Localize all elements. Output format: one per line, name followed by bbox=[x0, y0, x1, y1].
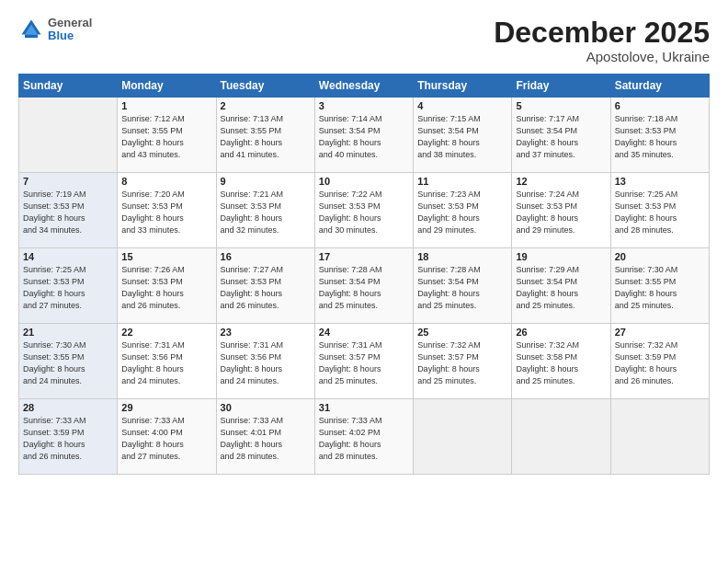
day-info: Sunrise: 7:18 AM Sunset: 3:53 PM Dayligh… bbox=[615, 113, 705, 161]
calendar-cell: 11Sunrise: 7:23 AM Sunset: 3:53 PM Dayli… bbox=[414, 173, 512, 248]
logo-general-text: General bbox=[48, 17, 92, 29]
calendar-cell: 22Sunrise: 7:31 AM Sunset: 3:56 PM Dayli… bbox=[118, 324, 216, 399]
day-number: 28 bbox=[23, 402, 113, 413]
day-info: Sunrise: 7:26 AM Sunset: 3:53 PM Dayligh… bbox=[121, 264, 211, 312]
calendar-cell: 23Sunrise: 7:31 AM Sunset: 3:56 PM Dayli… bbox=[216, 324, 314, 399]
subtitle: Apostolove, Ukraine bbox=[494, 49, 710, 64]
calendar-cell: 19Sunrise: 7:29 AM Sunset: 3:54 PM Dayli… bbox=[512, 248, 610, 324]
day-number: 24 bbox=[319, 327, 409, 338]
col-tuesday: Tuesday bbox=[216, 75, 314, 98]
col-thursday: Thursday bbox=[414, 75, 512, 98]
day-number: 5 bbox=[516, 100, 606, 111]
month-title: December 2025 bbox=[494, 17, 710, 49]
logo-blue-text: Blue bbox=[48, 29, 92, 42]
calendar-cell bbox=[19, 98, 118, 173]
calendar-cell: 27Sunrise: 7:32 AM Sunset: 3:59 PM Dayli… bbox=[610, 324, 709, 399]
day-info: Sunrise: 7:27 AM Sunset: 3:53 PM Dayligh… bbox=[221, 264, 311, 312]
col-monday: Monday bbox=[118, 75, 216, 98]
calendar-cell: 17Sunrise: 7:28 AM Sunset: 3:54 PM Dayli… bbox=[314, 248, 413, 324]
calendar-cell: 26Sunrise: 7:32 AM Sunset: 3:58 PM Dayli… bbox=[512, 324, 610, 399]
day-number: 20 bbox=[615, 251, 705, 262]
day-number: 25 bbox=[417, 327, 507, 338]
day-number: 6 bbox=[615, 100, 705, 111]
day-number: 27 bbox=[615, 327, 705, 338]
day-number: 7 bbox=[23, 176, 113, 187]
calendar-cell: 10Sunrise: 7:22 AM Sunset: 3:53 PM Dayli… bbox=[314, 173, 413, 248]
day-number: 21 bbox=[23, 327, 113, 338]
calendar-cell: 21Sunrise: 7:30 AM Sunset: 3:55 PM Dayli… bbox=[19, 324, 118, 399]
day-info: Sunrise: 7:28 AM Sunset: 3:54 PM Dayligh… bbox=[319, 264, 409, 312]
day-number: 15 bbox=[121, 251, 211, 262]
calendar-week-5: 28Sunrise: 7:33 AM Sunset: 3:59 PM Dayli… bbox=[19, 399, 710, 475]
calendar-cell: 25Sunrise: 7:32 AM Sunset: 3:57 PM Dayli… bbox=[414, 324, 512, 399]
day-info: Sunrise: 7:14 AM Sunset: 3:54 PM Dayligh… bbox=[319, 113, 409, 161]
day-number: 4 bbox=[417, 100, 507, 111]
page: General Blue December 2025 Apostolove, U… bbox=[0, 0, 728, 563]
day-number: 23 bbox=[221, 327, 311, 338]
day-info: Sunrise: 7:23 AM Sunset: 3:53 PM Dayligh… bbox=[417, 189, 507, 236]
calendar-cell: 2Sunrise: 7:13 AM Sunset: 3:55 PM Daylig… bbox=[216, 98, 314, 173]
calendar-cell bbox=[512, 399, 610, 475]
day-number: 9 bbox=[221, 176, 311, 187]
svg-rect-2 bbox=[25, 35, 38, 39]
calendar-cell: 15Sunrise: 7:26 AM Sunset: 3:53 PM Dayli… bbox=[118, 248, 216, 324]
calendar-cell: 16Sunrise: 7:27 AM Sunset: 3:53 PM Dayli… bbox=[216, 248, 314, 324]
day-info: Sunrise: 7:31 AM Sunset: 3:56 PM Dayligh… bbox=[221, 339, 311, 387]
day-info: Sunrise: 7:20 AM Sunset: 3:53 PM Dayligh… bbox=[121, 189, 211, 236]
day-info: Sunrise: 7:31 AM Sunset: 3:56 PM Dayligh… bbox=[121, 339, 211, 387]
day-number: 14 bbox=[23, 251, 113, 262]
day-number: 30 bbox=[221, 402, 311, 413]
day-number: 8 bbox=[121, 176, 211, 187]
day-number: 26 bbox=[516, 327, 606, 338]
day-info: Sunrise: 7:30 AM Sunset: 3:55 PM Dayligh… bbox=[23, 339, 113, 387]
header: General Blue December 2025 Apostolove, U… bbox=[18, 17, 710, 64]
title-block: December 2025 Apostolove, Ukraine bbox=[494, 17, 710, 64]
calendar-cell: 24Sunrise: 7:31 AM Sunset: 3:57 PM Dayli… bbox=[314, 324, 413, 399]
logo-icon bbox=[18, 17, 44, 42]
calendar-cell: 7Sunrise: 7:19 AM Sunset: 3:53 PM Daylig… bbox=[19, 173, 118, 248]
day-info: Sunrise: 7:25 AM Sunset: 3:53 PM Dayligh… bbox=[615, 189, 705, 236]
calendar-cell: 5Sunrise: 7:17 AM Sunset: 3:54 PM Daylig… bbox=[512, 98, 610, 173]
day-number: 22 bbox=[121, 327, 211, 338]
day-info: Sunrise: 7:28 AM Sunset: 3:54 PM Dayligh… bbox=[417, 264, 507, 312]
calendar-week-2: 7Sunrise: 7:19 AM Sunset: 3:53 PM Daylig… bbox=[19, 173, 710, 248]
day-info: Sunrise: 7:13 AM Sunset: 3:55 PM Dayligh… bbox=[221, 113, 311, 161]
day-number: 18 bbox=[417, 251, 507, 262]
calendar-cell: 3Sunrise: 7:14 AM Sunset: 3:54 PM Daylig… bbox=[314, 98, 413, 173]
day-info: Sunrise: 7:32 AM Sunset: 3:59 PM Dayligh… bbox=[615, 339, 705, 387]
logo-text: General Blue bbox=[48, 17, 92, 43]
calendar-week-3: 14Sunrise: 7:25 AM Sunset: 3:53 PM Dayli… bbox=[19, 248, 710, 324]
calendar-cell: 31Sunrise: 7:33 AM Sunset: 4:02 PM Dayli… bbox=[314, 399, 413, 475]
day-number: 31 bbox=[319, 402, 409, 413]
day-info: Sunrise: 7:30 AM Sunset: 3:55 PM Dayligh… bbox=[615, 264, 705, 312]
day-info: Sunrise: 7:24 AM Sunset: 3:53 PM Dayligh… bbox=[516, 189, 606, 236]
col-saturday: Saturday bbox=[610, 75, 709, 98]
col-friday: Friday bbox=[512, 75, 610, 98]
day-number: 3 bbox=[319, 100, 409, 111]
day-info: Sunrise: 7:21 AM Sunset: 3:53 PM Dayligh… bbox=[221, 189, 311, 236]
calendar-cell: 14Sunrise: 7:25 AM Sunset: 3:53 PM Dayli… bbox=[19, 248, 118, 324]
calendar-header-row: Sunday Monday Tuesday Wednesday Thursday… bbox=[19, 75, 710, 98]
day-info: Sunrise: 7:22 AM Sunset: 3:53 PM Dayligh… bbox=[319, 189, 409, 236]
day-number: 13 bbox=[615, 176, 705, 187]
day-info: Sunrise: 7:32 AM Sunset: 3:57 PM Dayligh… bbox=[417, 339, 507, 387]
day-info: Sunrise: 7:31 AM Sunset: 3:57 PM Dayligh… bbox=[319, 339, 409, 387]
day-number: 12 bbox=[516, 176, 606, 187]
calendar-table: Sunday Monday Tuesday Wednesday Thursday… bbox=[18, 74, 710, 475]
day-info: Sunrise: 7:33 AM Sunset: 4:01 PM Dayligh… bbox=[221, 415, 311, 463]
day-info: Sunrise: 7:29 AM Sunset: 3:54 PM Dayligh… bbox=[516, 264, 606, 312]
day-info: Sunrise: 7:32 AM Sunset: 3:58 PM Dayligh… bbox=[516, 339, 606, 387]
day-info: Sunrise: 7:15 AM Sunset: 3:54 PM Dayligh… bbox=[417, 113, 507, 161]
day-info: Sunrise: 7:19 AM Sunset: 3:53 PM Dayligh… bbox=[23, 189, 113, 236]
col-sunday: Sunday bbox=[19, 75, 118, 98]
logo: General Blue bbox=[18, 17, 92, 43]
day-info: Sunrise: 7:33 AM Sunset: 4:00 PM Dayligh… bbox=[121, 415, 211, 463]
calendar-cell: 29Sunrise: 7:33 AM Sunset: 4:00 PM Dayli… bbox=[118, 399, 216, 475]
day-number: 29 bbox=[121, 402, 211, 413]
calendar-week-4: 21Sunrise: 7:30 AM Sunset: 3:55 PM Dayli… bbox=[19, 324, 710, 399]
calendar-cell: 9Sunrise: 7:21 AM Sunset: 3:53 PM Daylig… bbox=[216, 173, 314, 248]
day-number: 10 bbox=[319, 176, 409, 187]
day-number: 1 bbox=[121, 100, 211, 111]
calendar-cell: 4Sunrise: 7:15 AM Sunset: 3:54 PM Daylig… bbox=[414, 98, 512, 173]
calendar-cell: 30Sunrise: 7:33 AM Sunset: 4:01 PM Dayli… bbox=[216, 399, 314, 475]
